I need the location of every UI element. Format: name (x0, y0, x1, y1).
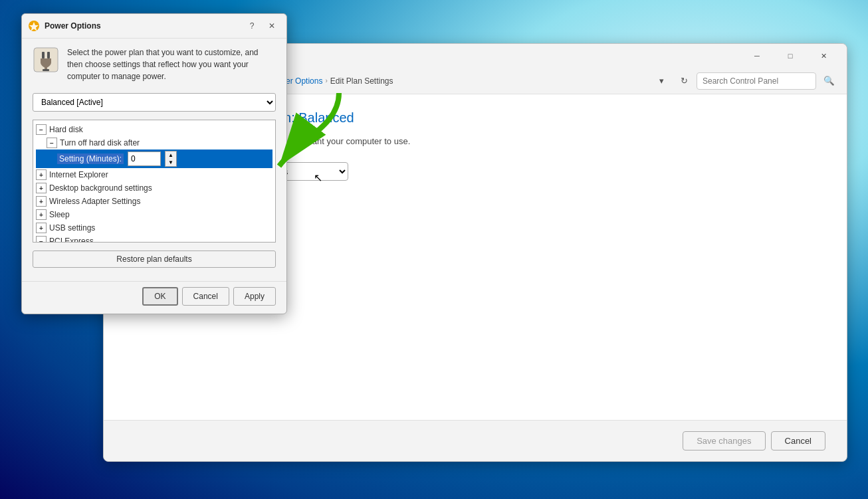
svg-rect-4 (47, 52, 50, 58)
save-changes-button[interactable]: Save changes (683, 431, 765, 450)
desktop-bg-expand[interactable]: + (36, 183, 47, 193)
setting-minutes-label: Setting (Minutes): (57, 153, 124, 164)
power-plan-dropdown[interactable]: Balanced [Active] (33, 93, 276, 112)
wireless-expand[interactable]: + (36, 196, 47, 207)
search-input[interactable] (697, 72, 816, 90)
tree-item-hard-disk[interactable]: − Hard disk (36, 123, 272, 136)
breadcrumb-edit-plan: Edit Plan Settings (330, 76, 393, 86)
hard-disk-expand[interactable]: − (36, 124, 47, 135)
tree-item-setting-minutes[interactable]: Setting (Minutes): ▲ ▼ (36, 150, 272, 168)
power-options-dialog: Power Options ? ✕ (21, 13, 287, 314)
spinner-down[interactable]: ▼ (165, 159, 176, 166)
sleep-expand[interactable]: + (36, 209, 47, 220)
cp-titlebar-buttons: ─ □ ✕ (742, 46, 839, 66)
dialog-description-area: Select the power plan that you want to c… (33, 47, 276, 82)
search-button[interactable]: 🔍 (819, 72, 839, 90)
cp-nav-actions: ▾ ↻ 🔍 (651, 72, 839, 90)
tree-item-pci[interactable]: − PCI Express (36, 235, 272, 243)
turn-off-hdd-expand[interactable]: − (47, 138, 57, 148)
dialog-help-button[interactable]: ? (243, 18, 261, 34)
hard-disk-label: Hard disk (49, 125, 83, 134)
turn-off-hdd-label: Turn off hard disk after (60, 138, 140, 148)
tree-item-ie[interactable]: + Internet Explorer (36, 168, 272, 181)
tree-item-desktop-bg[interactable]: + Desktop background settings (36, 181, 272, 195)
dropdown-button[interactable]: ▾ (651, 72, 671, 90)
dialog-title: Power Options (45, 21, 243, 31)
dialog-close-button[interactable]: ✕ (263, 18, 281, 34)
setting-minutes-spinner: ▲ ▼ (165, 151, 177, 167)
svg-rect-3 (42, 52, 45, 58)
ie-label: Internet Explorer (49, 170, 108, 179)
maximize-button[interactable]: □ (775, 46, 806, 66)
svg-rect-6 (43, 69, 49, 71)
refresh-button[interactable]: ↻ (674, 72, 694, 90)
desktop-bg-label: Desktop background settings (49, 183, 152, 193)
settings-tree[interactable]: − Hard disk − Turn off hard disk after S… (33, 120, 276, 243)
dialog-titlebar: Power Options ? ✕ (22, 14, 286, 39)
tree-item-sleep[interactable]: + Sleep (36, 208, 272, 221)
dialog-footer: OK Cancel Apply (22, 281, 286, 314)
dialog-body: Select the power plan that you want to c… (22, 39, 286, 281)
breadcrumb-sep2: › (325, 77, 327, 84)
apply-button[interactable]: Apply (233, 287, 276, 306)
setting-minutes-input[interactable] (128, 151, 161, 166)
cancel-dialog-button[interactable]: Cancel (182, 287, 229, 306)
wireless-label: Wireless Adapter Settings (49, 197, 140, 206)
ok-button[interactable]: OK (142, 287, 177, 306)
restore-plan-defaults-button[interactable]: Restore plan defaults (33, 250, 276, 268)
tree-item-usb[interactable]: + USB settings (36, 221, 272, 235)
sleep-label: Sleep (49, 210, 70, 219)
dialog-title-buttons: ? ✕ (243, 18, 281, 34)
tree-item-wireless[interactable]: + Wireless Adapter Settings (36, 195, 272, 208)
pci-expand[interactable]: − (36, 236, 47, 243)
desktop: ─ □ ✕ ← → ↑ Hardware and Sound › Power O… (0, 0, 868, 499)
pci-label: PCI Express (49, 237, 94, 243)
dialog-desc-icon (33, 47, 59, 73)
dialog-description-text: Select the power plan that you want to c… (67, 47, 276, 82)
close-cp-button[interactable]: ✕ (808, 46, 839, 66)
minimize-button[interactable]: ─ (742, 46, 772, 66)
dialog-app-icon (27, 19, 41, 33)
cancel-cp-button[interactable]: Cancel (771, 431, 825, 450)
setting-minutes-row: Setting (Minutes): ▲ ▼ (57, 151, 177, 167)
usb-label: USB settings (49, 223, 95, 233)
usb-expand[interactable]: + (36, 223, 47, 233)
spinner-up[interactable]: ▲ (165, 151, 176, 159)
tree-item-turn-off-hdd[interactable]: − Turn off hard disk after (36, 136, 272, 150)
ie-expand[interactable]: + (36, 169, 47, 180)
cp-footer: Save changes Cancel (104, 420, 847, 461)
